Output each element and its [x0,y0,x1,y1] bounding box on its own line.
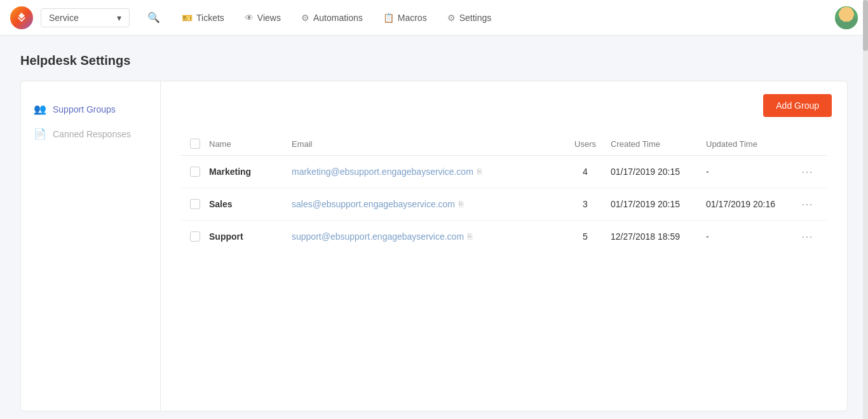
avatar-image [835,6,858,29]
avatar[interactable] [835,6,858,29]
service-label: Service [49,13,79,23]
nav-item-macros[interactable]: 📋 Macros [374,8,436,28]
copy-icon-marketing[interactable]: ⎘ [477,167,482,176]
table-header: Name Email Users Created Time Updated Ti… [181,132,827,156]
nav-label-settings: Settings [459,13,492,23]
row-updated-support: - [706,231,801,242]
row-users-sales: 3 [560,199,611,209]
header-checkbox-col [181,139,209,149]
logo-icon[interactable] [10,6,33,29]
service-dropdown[interactable]: Service ▾ [41,8,130,27]
header-created: Created Time [611,139,706,149]
sidebar-label-support-groups: Support Groups [53,104,116,114]
sidebar-item-canned-responses[interactable]: 📄 Canned Responses [21,121,160,146]
nav-items: 🎫 Tickets 👁 Views ⚙ Automations 📋 Macros… [173,8,835,28]
row-updated-sales: 01/17/2019 20:16 [706,199,801,209]
row-checkbox-support[interactable] [190,231,200,242]
row-email-text-support: support@ebsupport.engagebayservice.com [292,231,464,242]
nav-item-views[interactable]: 👁 Views [236,8,290,28]
row-checkbox-col [181,199,209,209]
row-checkbox-col [181,231,209,242]
add-group-button[interactable]: Add Group [763,94,832,117]
row-actions-marketing: ⋯ [801,165,827,179]
header-email: Email [292,139,560,149]
sidebar-item-support-groups[interactable]: 👥 Support Groups [21,97,160,121]
row-actions-support: ⋯ [801,230,827,244]
top-navigation: Service ▾ 🔍 🎫 Tickets 👁 Views ⚙ Automati… [0,0,868,36]
row-users-marketing: 4 [560,167,611,177]
row-users-support: 5 [560,231,611,242]
table-row: Sales sales@ebsupport.engagebayservice.c… [181,188,827,221]
row-email-sales: sales@ebsupport.engagebayservice.com ⎘ [292,199,560,209]
nav-label-views: Views [257,13,281,23]
more-options-marketing[interactable]: ⋯ [801,165,814,178]
groups-table: Name Email Users Created Time Updated Ti… [181,132,827,252]
row-name-support: Support [209,231,292,242]
nav-label-macros: Macros [398,13,427,23]
search-button[interactable]: 🔍 [140,8,168,27]
row-checkbox-sales[interactable] [190,199,200,209]
tickets-icon: 🎫 [182,13,193,23]
sidebar: 👥 Support Groups 📄 Canned Responses [21,81,161,411]
views-icon: 👁 [245,13,254,23]
row-updated-marketing: - [706,167,801,177]
row-checkbox-marketing[interactable] [190,167,200,177]
settings-icon: ⚙ [447,13,456,23]
canned-responses-icon: 📄 [34,128,46,140]
table-row: Marketing marketing@ebsupport.engagebays… [181,156,827,188]
header-users: Users [560,139,611,149]
nav-item-automations[interactable]: ⚙ Automations [292,8,372,28]
row-created-support: 12/27/2018 18:59 [611,231,706,242]
macros-icon: 📋 [383,13,394,23]
row-created-marketing: 01/17/2019 20:15 [611,167,706,177]
row-checkbox-col [181,167,209,177]
select-all-checkbox[interactable] [190,139,200,149]
sidebar-label-canned-responses: Canned Responses [53,129,131,139]
main-content: Add Group Name Email Users Created Time … [161,81,847,411]
row-email-support: support@ebsupport.engagebayservice.com ⎘ [292,231,560,242]
page-title: Helpdesk Settings [20,53,848,68]
more-options-sales[interactable]: ⋯ [801,198,814,210]
row-email-marketing: marketing@ebsupport.engagebayservice.com… [292,167,560,177]
page-body: Helpdesk Settings 👥 Support Groups 📄 Can… [0,36,868,419]
nav-item-tickets[interactable]: 🎫 Tickets [173,8,233,28]
chevron-down-icon: ▾ [117,13,121,23]
table-row: Support support@ebsupport.engagebayservi… [181,221,827,252]
content-card: 👥 Support Groups 📄 Canned Responses Add … [20,81,848,411]
row-actions-sales: ⋯ [801,197,827,211]
row-email-text-marketing: marketing@ebsupport.engagebayservice.com [292,167,473,177]
row-email-text-sales: sales@ebsupport.engagebayservice.com [292,199,455,209]
nav-label-automations: Automations [313,13,363,23]
more-options-support[interactable]: ⋯ [801,230,814,243]
copy-icon-support[interactable]: ⎘ [468,232,472,241]
row-name-marketing: Marketing [209,167,292,177]
scrollbar-thumb[interactable] [863,0,868,51]
support-groups-icon: 👥 [34,103,46,115]
nav-item-settings[interactable]: ⚙ Settings [438,8,501,28]
nav-label-tickets: Tickets [196,13,224,23]
row-name-sales: Sales [209,199,292,209]
automations-icon: ⚙ [301,13,309,23]
copy-icon-sales[interactable]: ⎘ [459,200,463,209]
header-name: Name [209,139,292,149]
row-created-sales: 01/17/2019 20:15 [611,199,706,209]
scrollbar[interactable] [863,0,868,419]
header-updated: Updated Time [706,139,801,149]
